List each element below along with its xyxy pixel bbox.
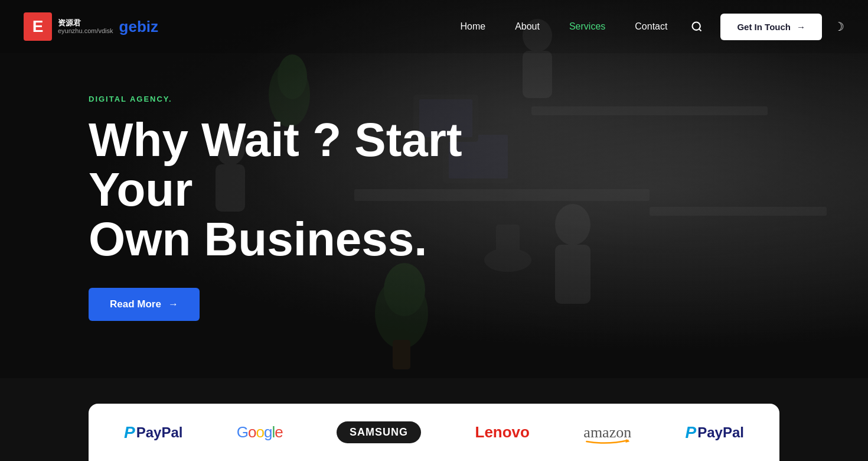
brand-amazon: amazon xyxy=(583,424,631,441)
google-label: Google xyxy=(237,423,283,441)
logo-badge: E xyxy=(24,12,52,41)
svg-line-21 xyxy=(699,29,701,31)
hero-heading-line1: Why Wait ? Start Your xyxy=(89,113,462,216)
brand-paypal-2: P PayPal xyxy=(686,423,744,442)
logo-text-part1: ge xyxy=(119,18,137,35)
dark-mode-icon: ☽ xyxy=(834,20,844,33)
paypal-p-icon: P xyxy=(124,423,135,442)
svg-point-11 xyxy=(555,204,590,245)
read-more-button[interactable]: Read More → xyxy=(89,288,200,321)
read-more-label: Read More xyxy=(110,298,161,310)
svg-rect-17 xyxy=(393,340,410,369)
cta-label: Get In Touch xyxy=(737,22,791,32)
svg-rect-12 xyxy=(555,245,590,304)
nav-link-contact[interactable]: Contact xyxy=(635,21,667,31)
paypal2-p-icon: P xyxy=(686,423,697,442)
brand-google: Google xyxy=(237,423,283,441)
paypal2-label: PayPal xyxy=(697,424,744,441)
cta-arrow-icon: → xyxy=(797,22,805,32)
watermark-line2: eyunzhu.com/vdisk xyxy=(58,27,113,34)
nav-links: Home About Services Contact xyxy=(460,21,667,32)
logo-area: E 资源君 eyunzhu.com/vdisk gebiz xyxy=(24,12,158,41)
brand-lenovo: Lenovo xyxy=(475,423,530,441)
read-more-arrow-icon: → xyxy=(168,298,178,310)
search-button[interactable] xyxy=(691,21,703,33)
nav-link-services[interactable]: Services xyxy=(569,21,605,31)
svg-rect-1 xyxy=(531,106,768,115)
nav-item-home[interactable]: Home xyxy=(460,21,485,32)
logo-watermark: 资源君 eyunzhu.com/vdisk xyxy=(58,19,113,34)
nav-link-about[interactable]: About xyxy=(515,21,540,31)
dark-mode-toggle[interactable]: ☽ xyxy=(834,20,844,34)
brand-paypal-1: P PayPal xyxy=(124,423,182,442)
nav-link-home[interactable]: Home xyxy=(460,21,485,31)
svg-rect-2 xyxy=(650,207,827,216)
nav-item-contact[interactable]: Contact xyxy=(635,21,667,32)
hero-content: DIGITAL AGENCY. Why Wait ? Start Your Ow… xyxy=(89,95,502,321)
hero-section: E 资源君 eyunzhu.com/vdisk gebiz Home About… xyxy=(0,0,868,378)
nav-item-services[interactable]: Services xyxy=(569,21,605,32)
navbar: E 资源君 eyunzhu.com/vdisk gebiz Home About… xyxy=(0,0,868,53)
nav-item-about[interactable]: About xyxy=(515,21,540,32)
paypal-label: PayPal xyxy=(136,424,183,441)
logo-text-part2: biz xyxy=(137,18,158,35)
svg-point-20 xyxy=(693,22,700,30)
watermark-line1: 资源君 xyxy=(58,19,113,27)
lenovo-label: Lenovo xyxy=(475,423,530,441)
hero-tag: DIGITAL AGENCY. xyxy=(89,95,502,103)
hero-heading: Why Wait ? Start Your Own Business. xyxy=(89,115,502,264)
svg-rect-14 xyxy=(523,51,552,98)
svg-point-19 xyxy=(278,54,307,99)
get-in-touch-button[interactable]: Get In Touch → xyxy=(720,14,822,40)
brands-strip: P PayPal Google SAMSUNG Lenovo amazon P … xyxy=(89,404,779,461)
brand-samsung: SAMSUNG xyxy=(337,421,421,443)
logo-text: gebiz xyxy=(119,18,158,36)
hero-heading-line2: Own Business. xyxy=(89,213,427,265)
samsung-label: SAMSUNG xyxy=(337,421,421,443)
amazon-label: amazon xyxy=(583,424,631,441)
